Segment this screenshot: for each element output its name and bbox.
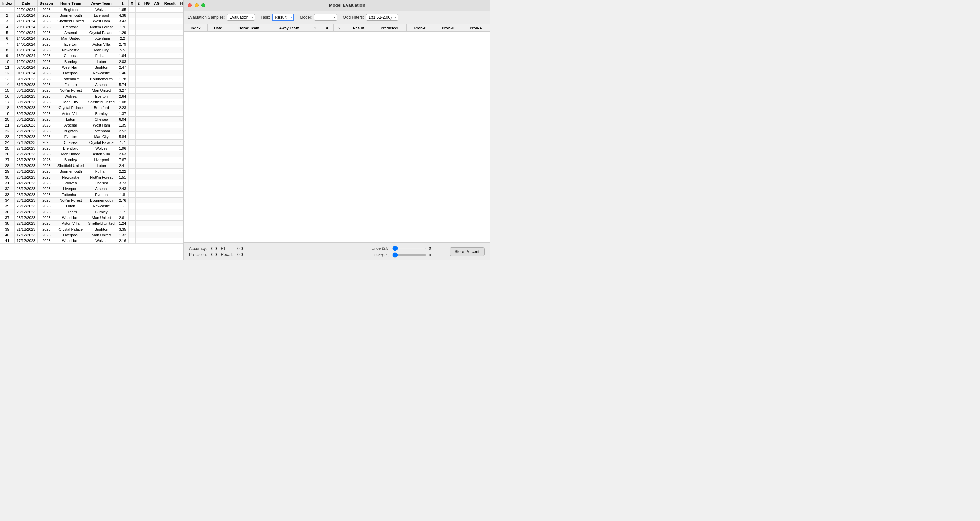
table-row[interactable]: 714/01/20242023EvertonAston Villa2.79 — [0, 41, 184, 47]
table-cell — [142, 226, 152, 232]
table-row[interactable]: 3723/12/20232023West HamMan United2.61 — [0, 215, 184, 221]
table-row[interactable]: 2926/12/20232023BournemouthFulham2.22 — [0, 169, 184, 174]
table-row[interactable]: 1830/12/20232023Crystal PalaceBrentford2… — [0, 105, 184, 111]
table-row[interactable]: 1331/12/20232023TottenhamBournemouth1.78 — [0, 76, 184, 82]
table-cell — [135, 65, 142, 70]
table-row[interactable]: 3124/12/20232023WolvesChelsea3.73 — [0, 180, 184, 186]
table-row[interactable]: 520/01/20242023ArsenalCrystal Palace1.29 — [0, 30, 184, 36]
table-cell: 26/12/2023 — [14, 163, 37, 169]
table-row[interactable]: 813/01/20242023NewcastleMan City5.5 — [0, 47, 184, 53]
table-cell — [142, 30, 152, 36]
table-row[interactable]: 1431/12/20232023FulhamArsenal5.74 — [0, 82, 184, 88]
table-cell — [152, 186, 162, 192]
table-cell — [129, 82, 135, 88]
model-group: Model: Model 1Model 2 — [299, 14, 337, 21]
table-row[interactable]: 1630/12/20232023WolvesEverton2.64 — [0, 94, 184, 99]
col-header-season: Season — [37, 0, 55, 7]
table-cell: 21/12/2023 — [14, 226, 37, 232]
results-col-header: X — [321, 24, 334, 32]
table-row[interactable]: 1102/01/20242023West HamBrighton2.47 — [0, 65, 184, 70]
table-cell: 2023 — [37, 41, 55, 47]
table-row[interactable]: 614/01/20242023Man UnitedTottenham2.2 — [0, 36, 184, 41]
table-row[interactable]: 4017/12/20232023LiverpoolMan United1.32 — [0, 232, 184, 238]
table-row[interactable]: 2626/12/20232023Man UnitedAston Villa2.6… — [0, 151, 184, 157]
table-row[interactable]: 2327/12/20232023EvertonMan City5.84 — [0, 134, 184, 140]
table-cell: 22/12/2023 — [14, 221, 37, 226]
table-row[interactable]: 2726/12/20232023BurnleyLiverpool7.67 — [0, 157, 184, 163]
table-cell: 1.35 — [117, 123, 128, 128]
table-cell: Chelsea — [55, 140, 86, 145]
table-cell — [162, 24, 178, 30]
table-cell: 2023 — [37, 140, 55, 145]
table-cell — [129, 198, 135, 203]
store-percent-button[interactable]: Store Percent — [450, 247, 485, 256]
table-row[interactable]: 3026/12/20232023NewcastleNott'm Forest1.… — [0, 174, 184, 180]
table-cell: 2023 — [37, 13, 55, 18]
table-cell: Man United — [86, 88, 117, 94]
under-slider[interactable] — [392, 248, 426, 249]
data-table-container[interactable]: IndexDateSeasonHome TeamAway Team1X2HGAG… — [0, 0, 183, 260]
table-cell — [142, 140, 152, 145]
table-cell — [162, 215, 178, 221]
table-cell: 38 — [0, 221, 14, 226]
table-row[interactable]: 1012/01/20242023BurnleyLuton2.03 — [0, 59, 184, 65]
table-row[interactable]: 4117/12/20232023West HamWolves2.16 — [0, 238, 184, 244]
table-cell: 23/12/2023 — [14, 198, 37, 203]
table-cell — [142, 41, 152, 47]
table-cell: 26/12/2023 — [14, 174, 37, 180]
table-cell — [162, 221, 178, 226]
table-row[interactable]: 2527/12/20232023BrentfordWolves1.96 — [0, 145, 184, 151]
table-cell: 19 — [0, 111, 14, 117]
odd-filters-select-wrapper: 1:(1.61-2.00)AllCustom — [366, 14, 398, 21]
table-row[interactable]: 2826/12/20232023Sheffield UnitedLuton2.4… — [0, 163, 184, 169]
table-cell — [135, 13, 142, 18]
table-row[interactable]: 3223/12/20232023LiverpoolArsenal2.43 — [0, 186, 184, 192]
table-row[interactable]: 1730/12/20232023Man CitySheffield United… — [0, 99, 184, 105]
table-cell — [135, 18, 142, 24]
table-row[interactable]: 2030/12/20232023LutonChelsea6.04 — [0, 117, 184, 123]
table-row[interactable]: 913/01/20242023ChelseaFulham1.64 — [0, 53, 184, 59]
over-slider[interactable] — [392, 254, 426, 256]
table-row[interactable]: 2228/12/20232023BrightonTottenham2.52 — [0, 128, 184, 134]
table-cell: 1.8 — [117, 192, 128, 198]
table-row[interactable]: 2128/12/20232023ArsenalWest Ham1.35 — [0, 123, 184, 128]
table-cell — [129, 105, 135, 111]
table-cell — [162, 117, 178, 123]
table-row[interactable]: 3523/12/20232023LutonNewcastle5 — [0, 203, 184, 209]
table-cell — [135, 24, 142, 30]
table-row[interactable]: 3623/12/20232023FulhamBurnley1.7 — [0, 209, 184, 215]
table-row[interactable]: 3423/12/20232023Nott'm ForestBournemouth… — [0, 198, 184, 203]
table-row[interactable]: 221/01/20242023BournemouthLiverpool4.38 — [0, 13, 184, 18]
table-row[interactable]: 122/01/20242023BrightonWolves1.65 — [0, 7, 184, 13]
table-row[interactable]: 1530/12/20232023Nott'm ForestMan United3… — [0, 88, 184, 94]
table-cell — [142, 209, 152, 215]
table-row[interactable]: 3822/12/20232023Aston VillaSheffield Uni… — [0, 221, 184, 226]
odd-filters-select[interactable]: 1:(1.61-2.00)AllCustom — [366, 14, 398, 21]
evaluation-samples-select[interactable]: EvaluationTrainingAll — [227, 14, 255, 21]
table-cell — [135, 94, 142, 99]
table-cell: 4.38 — [117, 13, 128, 18]
table-cell — [178, 203, 183, 209]
task-select[interactable]: ResultGoalsBTTS — [272, 14, 294, 21]
table-row[interactable]: 3921/12/20232023Crystal PalaceBrighton3.… — [0, 226, 184, 232]
table-cell: 23/12/2023 — [14, 209, 37, 215]
results-area[interactable]: IndexDateHome TeamAway Team1X2ResultPred… — [184, 24, 490, 242]
table-row[interactable]: 3323/12/20232023TottenhamEverton1.8 — [0, 192, 184, 198]
table-cell — [178, 238, 183, 244]
model-select[interactable]: Model 1Model 2 — [314, 14, 337, 21]
table-row[interactable]: 1930/12/20232023Aston VillaBurnley1.37 — [0, 111, 184, 117]
table-row[interactable]: 321/01/20242023Sheffield UnitedWest Ham3… — [0, 18, 184, 24]
minimize-button[interactable] — [194, 3, 199, 8]
maximize-button[interactable] — [201, 3, 205, 8]
table-row[interactable]: 1201/01/20242023LiverpoolNewcastle1.46 — [0, 70, 184, 76]
table-cell — [152, 47, 162, 53]
table-row[interactable]: 420/01/20242023BrentfordNott'm Forest1.9 — [0, 24, 184, 30]
table-cell: 5.74 — [117, 82, 128, 88]
table-row[interactable]: 2427/12/20232023ChelseaCrystal Palace1.7 — [0, 140, 184, 145]
table-cell — [129, 94, 135, 99]
table-cell — [135, 47, 142, 53]
table-cell: 10 — [0, 59, 14, 65]
table-cell: Nott'm Forest — [86, 174, 117, 180]
accuracy-label: Accuracy: — [189, 246, 207, 251]
close-button[interactable] — [188, 3, 192, 8]
